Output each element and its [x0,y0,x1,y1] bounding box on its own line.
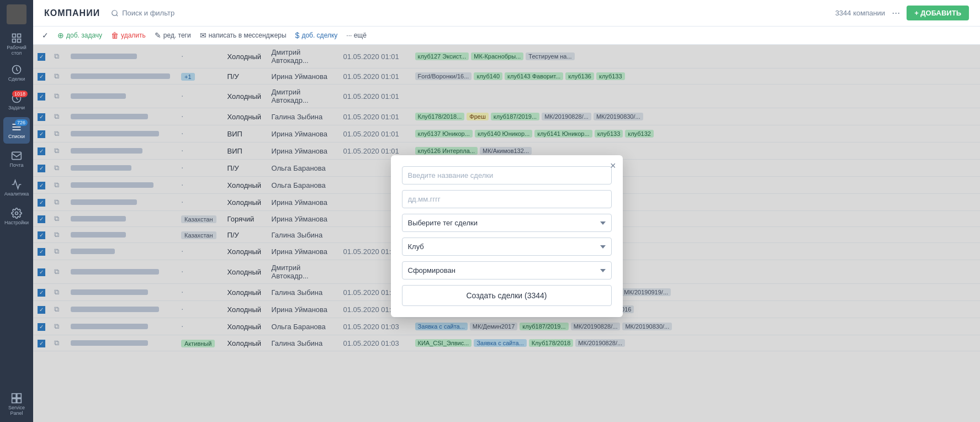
deal-date-input[interactable] [402,190,612,208]
toolbar-more-label: ··· ещё [346,31,367,39]
message-icon: ✉ [200,31,206,40]
toolbar-message-label: написать в мессенджеры [209,31,287,39]
svg-rect-1 [18,34,21,38]
avatar [7,4,27,24]
sidebar-item-label: Сделки [8,76,25,82]
toolbar-delete[interactable]: 🗑 удалить [111,31,146,40]
delete-icon: 🗑 [111,31,119,40]
toolbar-check-all[interactable]: ✓ [42,31,49,40]
search-label: Поиск и фильтр [122,9,174,17]
toolbar-more[interactable]: ··· ещё [346,31,367,39]
sidebar-item-analytics[interactable]: Аналитика [3,175,30,201]
company-count: 3344 компании [835,9,886,17]
header-right: 3344 компании ··· + ДОБАВИТЬ [835,6,969,20]
svg-rect-0 [13,34,16,38]
sidebar-item-tasks[interactable]: Задачи 1018 [3,88,30,115]
page-header: КОМПАНИИ Поиск и фильтр 3344 компании ··… [33,0,980,27]
search-area[interactable]: Поиск и фильтр [111,9,174,17]
toolbar-message[interactable]: ✉ написать в мессенджеры [200,31,287,40]
sidebar-item-settings[interactable]: Настройки [3,203,30,230]
sidebar-item-label: Service Panel [3,405,30,416]
lists-badge: 726 [15,119,28,126]
search-icon [111,9,119,17]
check-icon: ✓ [42,31,49,40]
modal-overlay: × Выберите тег сделки Выберите тег сделк… [33,45,980,422]
toolbar-add-task[interactable]: ⊕ доб. задачу [57,31,102,40]
sidebar-item-label: Рабочий стол [3,45,30,56]
deal-status-select[interactable]: Сформирован [402,261,612,279]
deal-club-select[interactable]: Клуб [402,238,612,256]
page-title: КОМПАНИИ [44,8,100,18]
svg-rect-12 [17,394,22,398]
svg-rect-11 [12,394,17,398]
sidebar-item-label: Почта [10,162,24,168]
sidebar-item-label: Списки [8,134,25,139]
create-deals-button[interactable]: Создать сделки (3344) [402,285,612,306]
toolbar-add-task-label: доб. задачу [66,31,102,39]
toolbar-edit-tags-label: ред. теги [163,31,191,39]
svg-rect-9 [12,152,22,159]
add-task-icon: ⊕ [57,31,64,40]
tasks-badge: 1018 [12,91,28,97]
sidebar: Рабочий стол Сделки Задачи 1018 Списки 7… [0,0,33,422]
deal-name-input[interactable] [402,166,612,184]
edit-icon: ✎ [155,31,161,40]
main-content: КОМПАНИИ Поиск и фильтр 3344 компании ··… [33,0,980,422]
svg-line-16 [116,14,118,16]
toolbar-edit-tags[interactable]: ✎ ред. теги [155,31,191,40]
sidebar-item-service-panel[interactable]: Service Panel [3,391,30,418]
svg-rect-13 [12,399,17,403]
svg-point-15 [112,10,117,15]
toolbar: ✓ ⊕ доб. задачу 🗑 удалить ✎ ред. теги ✉ … [33,27,980,45]
sidebar-item-desktop[interactable]: Рабочий стол [3,31,30,57]
svg-rect-3 [18,39,21,43]
toolbar-add-deal-label: доб. сделку [301,31,337,39]
sidebar-item-mail[interactable]: Почта [3,146,30,172]
sidebar-item-label: Аналитика [4,191,29,197]
svg-rect-2 [13,39,16,43]
sidebar-item-label: Задачи [8,105,25,110]
add-deal-modal: × Выберите тег сделки Выберите тег сделк… [391,155,623,317]
deal-tag-select[interactable]: Выберите тег сделки Выберите тег сделки [402,214,612,232]
svg-point-10 [15,212,18,215]
toolbar-add-deal[interactable]: $ доб. сделку [295,31,338,40]
modal-close-button[interactable]: × [610,161,616,171]
sidebar-item-lists[interactable]: Списки 726 [3,117,30,144]
deal-icon: $ [295,31,300,40]
sidebar-item-label: Настройки [4,220,29,225]
add-company-button[interactable]: + ДОБАВИТЬ [907,6,969,20]
more-options-button[interactable]: ··· [892,7,900,19]
sidebar-item-deals[interactable]: Сделки [3,60,30,86]
svg-rect-14 [17,399,22,403]
table-container: ✓⧉·ХолодныйДмитрий Автокадр...01.05.2020… [33,45,980,422]
toolbar-delete-label: удалить [121,31,146,39]
